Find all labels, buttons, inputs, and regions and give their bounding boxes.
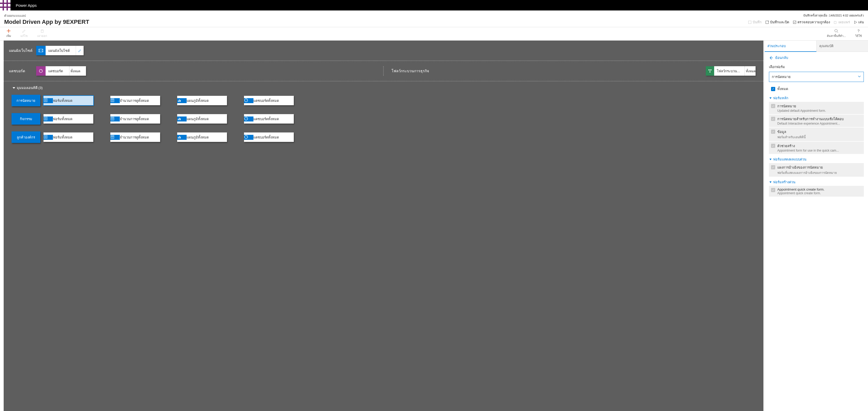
entity-dash-tile[interactable]: แดชบอร์ด ทั้งหมด	[244, 114, 294, 124]
sitemap-icon	[36, 46, 45, 55]
save-button: บันทึก	[748, 20, 762, 25]
form-list-item[interactable]: ✓ การนัดหมายUpdated default Appointment …	[769, 102, 864, 114]
svg-rect-2	[8, 0, 10, 3]
remove-button: เอาออก	[37, 29, 47, 38]
entity-chart-tile[interactable]: แผนภูมิ ทั้งหมด	[177, 96, 227, 105]
sitemap-tile[interactable]: แผนผังเว็บไซต์	[36, 46, 84, 55]
form-list-item[interactable]: ✓ แผงการอ้างอิงของการนัดหมายฟอร์มที่แสดง…	[769, 163, 864, 177]
form-list-item[interactable]: ✓ การนัดหมายสำหรับการทำงานแบบเชิงโต้ตอบD…	[769, 115, 864, 127]
entity-dropdown[interactable]: การนัดหมาย	[769, 72, 864, 82]
form-list-item[interactable]: ✓ Appointment quick create form.Appointm…	[769, 186, 864, 197]
toolbar: เพิ่ม แก้ไข เอาออก ค้นหาพื้นที่ทำ... ? ว…	[0, 27, 868, 41]
all-checkbox-row[interactable]: ✓ ทั้งหมด	[769, 85, 864, 93]
page-title: Model Driven App by 9EXPERT	[4, 19, 89, 25]
header: ตัวออกแบบแอป Model Driven App by 9EXPERT…	[0, 10, 868, 27]
bpf-tile[interactable]: โฟลว์กระบวนการ... ทั้งหมด	[706, 66, 755, 76]
checkbox-checked-icon: ✓	[771, 87, 775, 91]
svg-rect-9	[748, 21, 751, 24]
form-list-item[interactable]: ✓ ข้อมูลฟอร์มสำหรับเอนทิตีนี้	[769, 128, 864, 141]
svg-rect-7	[4, 8, 6, 10]
design-canvas[interactable]: แผนผังเว็บไซต์ แผนผังเว็บไซต์	[4, 41, 764, 411]
select-form-label: เลือกฟอร์ม	[769, 64, 864, 70]
caret-down-icon	[12, 87, 15, 89]
entity-chart-tile[interactable]: แผนภูมิ ทั้งหมด	[177, 133, 227, 142]
svg-rect-1	[4, 0, 6, 3]
chart-icon	[177, 135, 187, 140]
entity-tile[interactable]: ลูกค้าองค์กร	[11, 131, 40, 143]
save-close-button[interactable]: บันทึกและปิด	[765, 20, 789, 25]
group-quick-view-forms[interactable]: ฟอร์มแสดงผลแบบด่วน	[770, 157, 863, 162]
svg-rect-5	[8, 4, 10, 6]
view-icon	[110, 135, 120, 140]
dashboard-label: แดชบอร์ด	[9, 68, 32, 74]
dashboard-tile[interactable]: แดชบอร์ด ทั้งหมด	[36, 66, 86, 76]
validate-button[interactable]: ตรวจสอบความถูกต้อง	[793, 20, 830, 25]
svg-rect-10	[766, 21, 769, 24]
checkbox-disabled-icon: ✓	[771, 165, 775, 169]
help-button[interactable]: ? วิธีใช้	[855, 29, 862, 38]
properties-panel: ส่วนประกอบ คุณสมบัติ ย้อนกลับ เลือกฟอร์ม…	[765, 41, 868, 411]
form-list-item[interactable]: ✓ ตัวช่วยสร้างAppointment form for use i…	[769, 142, 864, 154]
sitemap-edit-icon[interactable]	[76, 46, 84, 55]
svg-rect-8	[8, 8, 10, 10]
entity-tile[interactable]: การนัดหมาย	[11, 95, 40, 106]
entity-view-tile[interactable]: จำนวนการดู ทั้งหมด	[110, 114, 160, 124]
search-button[interactable]: ค้นหาพื้นที่ทำ...	[827, 29, 846, 38]
back-button[interactable]: ย้อนกลับ	[769, 55, 864, 61]
svg-rect-12	[834, 21, 836, 24]
svg-rect-24	[179, 100, 180, 102]
entity-form-tile[interactable]: ฟอร์ม ทั้งหมด	[43, 96, 93, 105]
svg-rect-31	[180, 118, 181, 120]
breadcrumb: ตัวออกแบบแอป	[4, 13, 89, 18]
svg-rect-28	[111, 117, 114, 120]
svg-rect-37	[180, 137, 181, 138]
svg-rect-23	[178, 101, 179, 102]
checkbox-disabled-icon: ✓	[771, 144, 775, 148]
product-name: Power Apps	[10, 3, 37, 8]
sitemap-label: แผนผังเว็บไซต์	[9, 48, 32, 54]
svg-rect-36	[179, 136, 180, 138]
tab-properties[interactable]: คุณสมบัติ	[816, 41, 868, 52]
svg-rect-0	[0, 0, 3, 3]
svg-rect-11	[793, 21, 796, 24]
entity-dash-tile[interactable]: แดชบอร์ด ทั้งหมด	[244, 133, 294, 142]
chart-icon	[177, 98, 187, 103]
entity-form-tile[interactable]: ฟอร์ม ทั้งหมด	[43, 114, 93, 124]
dash-icon	[244, 135, 253, 140]
svg-rect-29	[178, 119, 179, 120]
svg-rect-30	[179, 118, 180, 120]
svg-rect-22	[111, 99, 114, 102]
svg-point-14	[835, 29, 837, 32]
entity-dash-tile[interactable]: แดชบอร์ด ทั้งหมด	[244, 96, 294, 105]
chart-icon	[177, 116, 187, 122]
svg-rect-16	[39, 49, 43, 52]
play-button[interactable]: เล่น	[854, 20, 864, 25]
entity-chart-tile[interactable]: แผนภูมิ ทั้งหมด	[177, 114, 227, 124]
checkbox-disabled-icon: ✓	[771, 117, 775, 121]
add-button[interactable]: เพิ่ม	[6, 29, 11, 38]
group-main-forms[interactable]: ฟอร์มหลัก	[770, 95, 863, 101]
svg-text:?: ?	[858, 29, 860, 33]
entity-tile[interactable]: กิจกรรม	[11, 113, 40, 125]
view-icon	[110, 116, 120, 122]
chevron-down-icon	[858, 75, 861, 79]
svg-rect-25	[180, 100, 181, 102]
form-icon	[43, 116, 53, 122]
svg-rect-35	[178, 137, 179, 138]
publish-button: เผยแพร่	[834, 20, 850, 25]
svg-rect-6	[0, 8, 3, 10]
view-icon	[110, 98, 120, 103]
dash-icon	[244, 98, 253, 103]
tab-components[interactable]: ส่วนประกอบ	[765, 41, 816, 52]
entity-form-tile[interactable]: ฟอร์ม ทั้งหมด	[43, 133, 93, 142]
group-quick-create-forms[interactable]: ฟอร์มสร้างด่วน	[770, 179, 863, 185]
form-icon	[43, 135, 53, 140]
entity-views-header[interactable]: มุมมองเอนทิตี (3)	[4, 81, 764, 93]
entity-view-tile[interactable]: จำนวนการดู ทั้งหมด	[110, 133, 160, 142]
entity-view-tile[interactable]: จำนวนการดู ทั้งหมด	[110, 96, 160, 105]
bpf-label: โฟลว์กระบวนการธุรกิจ	[384, 68, 702, 74]
checkbox-disabled-icon: ✓	[771, 104, 775, 108]
svg-rect-13	[41, 30, 43, 32]
dashboard-icon	[36, 66, 45, 76]
app-launcher-icon[interactable]	[0, 0, 10, 10]
